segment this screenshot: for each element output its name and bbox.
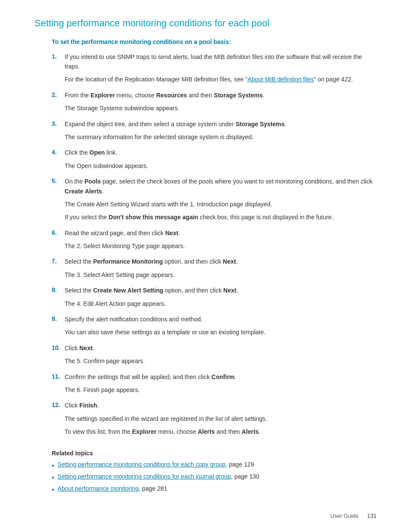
related-topics-title: Related topics [52, 450, 377, 457]
step-2-number: 2. [52, 90, 65, 113]
related-topic-2-text: Setting performance monitoring condition… [58, 473, 260, 480]
step-3-number: 3. [52, 119, 65, 142]
step-2-para-1: From the Explorer menu, choose Resources… [65, 90, 377, 100]
step-11-content: Confirm the settings that will be applie… [65, 372, 377, 395]
step-6: 6. Read the wizard page, and then click … [52, 228, 377, 251]
step-2-para-2: The Storage Systems subwindow appears. [65, 103, 377, 113]
step-3-para-1: Expand the object tree, and then select … [65, 119, 377, 129]
step-9-number: 9. [52, 314, 65, 337]
step-11-para-2: The 6. Finish page appears. [65, 385, 377, 395]
footer-page-number: 131 [367, 513, 377, 519]
related-link-1[interactable]: Setting performance monitoring condition… [58, 461, 226, 468]
related-topic-2: • Setting performance monitoring conditi… [52, 473, 377, 482]
step-7-para-1: Select the Performance Monitoring option… [65, 257, 377, 266]
related-topic-3: • About performance monitoring, page 281 [52, 485, 377, 495]
related-topic-3-text: About performance monitoring, page 281 [58, 485, 168, 492]
step-4-para-1: Click the Open link. [65, 148, 377, 157]
step-1-para-2: For the location of the Replication Mana… [65, 75, 377, 84]
step-8-number: 8. [52, 286, 65, 308]
step-6-para-1: Read the wizard page, and then click Nex… [65, 228, 377, 238]
step-12: 12. Click Finish. The settings specified… [52, 401, 377, 436]
step-4: 4. Click the Open link. The Open subwind… [52, 148, 377, 171]
step-10-para-1: Click Next. [65, 343, 377, 353]
step-4-number: 4. [52, 148, 65, 171]
step-2-content: From the Explorer menu, choose Resources… [65, 90, 377, 113]
mib-definition-link[interactable]: About MIB definition files [247, 76, 314, 83]
related-link-2[interactable]: Setting performance monitoring condition… [58, 473, 231, 480]
step-10-content: Click Next. The 5. Confirm page appears. [65, 343, 377, 366]
step-1-number: 1. [52, 52, 65, 84]
page-title: Setting performance monitoring condition… [34, 17, 377, 30]
step-11: 11. Confirm the settings that will be ap… [52, 372, 377, 395]
step-12-number: 12. [52, 401, 65, 436]
step-10-para-2: The 5. Confirm page appears. [65, 356, 377, 366]
related-topic-1-text: Setting performance monitoring condition… [58, 461, 254, 468]
step-5-para-1: On the Pools page, select the check boxe… [65, 177, 377, 196]
step-8: 8. Select the Create New Alert Setting o… [52, 286, 377, 308]
step-5-para-2: The Create Alert Setting Wizard starts w… [65, 199, 377, 209]
page-container: Setting performance monitoring condition… [0, 0, 411, 532]
bullet-2: • [52, 473, 54, 482]
step-2: 2. From the Explorer menu, choose Resour… [52, 90, 377, 113]
bullet-3: • [52, 485, 54, 495]
step-8-para-2: The 4. Edit Alert Action page appears. [65, 299, 377, 308]
step-5: 5. On the Pools page, select the check b… [52, 177, 377, 222]
step-9-para-1: Specify the alert notification condition… [65, 314, 377, 324]
step-3-content: Expand the object tree, and then select … [65, 119, 377, 142]
page-footer: User Guide 131 [330, 513, 377, 519]
step-10: 10. Click Next. The 5. Confirm page appe… [52, 343, 377, 366]
step-11-para-1: Confirm the settings that will be applie… [65, 372, 377, 382]
step-5-content: On the Pools page, select the check boxe… [65, 177, 377, 222]
steps-list: 1. If you intend to use SNMP traps to se… [52, 52, 377, 437]
related-topics-section: Related topics • Setting performance mon… [52, 450, 377, 495]
step-12-para-2: The settings specified in the wizard are… [65, 414, 377, 423]
step-12-para-3: To view this list, from the Explorer men… [65, 427, 377, 436]
step-8-content: Select the Create New Alert Setting opti… [65, 286, 377, 308]
step-7-para-2: The 3. Select Alert Setting page appears… [65, 270, 377, 280]
step-9: 9. Specify the alert notification condit… [52, 314, 377, 337]
step-3-para-2: The summary information for the selected… [65, 132, 377, 142]
step-11-number: 11. [52, 372, 65, 395]
step-12-para-1: Click Finish. [65, 401, 377, 410]
step-9-content: Specify the alert notification condition… [65, 314, 377, 337]
section-subtitle: To set the performance monitoring condit… [52, 38, 377, 45]
step-1-para-1: If you intend to use SNMP traps to send … [65, 52, 377, 72]
step-1-content: If you intend to use SNMP traps to send … [65, 52, 377, 84]
step-4-para-2: The Open subwindow appears. [65, 161, 377, 171]
step-9-para-2: You can also save these settings as a te… [65, 327, 377, 337]
step-7: 7. Select the Performance Monitoring opt… [52, 257, 377, 280]
step-7-number: 7. [52, 257, 65, 280]
related-link-3[interactable]: About performance monitoring [58, 485, 139, 492]
step-5-para-3: If you select the Don't show this messag… [65, 212, 377, 222]
step-6-number: 6. [52, 228, 65, 251]
related-topics-list: • Setting performance monitoring conditi… [52, 461, 377, 495]
step-10-number: 10. [52, 343, 65, 366]
step-3: 3. Expand the object tree, and then sele… [52, 119, 377, 142]
footer-label: User Guide [330, 513, 359, 519]
bullet-1: • [52, 461, 54, 470]
related-topic-1: • Setting performance monitoring conditi… [52, 461, 377, 470]
step-7-content: Select the Performance Monitoring option… [65, 257, 377, 280]
step-6-content: Read the wizard page, and then click Nex… [65, 228, 377, 251]
step-1: 1. If you intend to use SNMP traps to se… [52, 52, 377, 84]
step-5-number: 5. [52, 177, 65, 222]
step-4-content: Click the Open link. The Open subwindow … [65, 148, 377, 171]
step-6-para-2: The 2. Select Monitoring Type page appea… [65, 241, 377, 251]
step-12-content: Click Finish. The settings specified in … [65, 401, 377, 436]
step-8-para-1: Select the Create New Alert Setting opti… [65, 286, 377, 295]
